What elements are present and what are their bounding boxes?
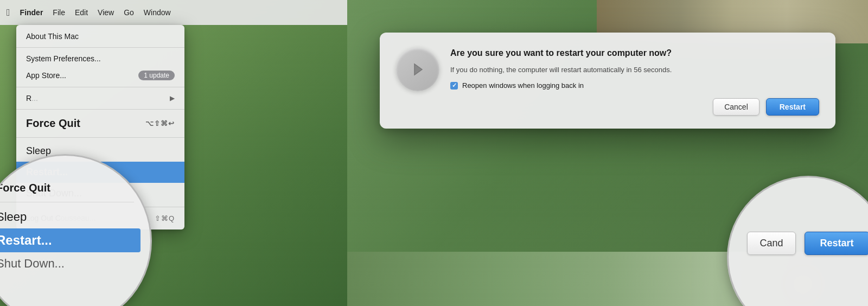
- circle-shutdown[interactable]: Shut Down...: [0, 252, 134, 275]
- left-panel:  Finder File Edit View Go Window About …: [0, 0, 347, 306]
- menubar:  Finder File Edit View Go Window: [0, 0, 347, 25]
- window-menu[interactable]: Window: [144, 8, 171, 17]
- force-quit-shortcut: ⌥⇧⌘↩: [145, 119, 175, 127]
- dialog-buttons: Cancel Restart: [450, 98, 819, 116]
- restart-icon: [396, 48, 439, 91]
- cancel-button[interactable]: Cancel: [713, 98, 760, 116]
- submenu-arrow-icon: ▶: [170, 94, 175, 102]
- restart-button[interactable]: Restart: [766, 98, 819, 116]
- restart-dialog: Are you sure you want to restart your co…: [380, 33, 835, 129]
- system-preferences-item[interactable]: System Preferences...: [16, 50, 184, 67]
- circle-zoom-left: Force Quit Sleep Restart... Shut Down...: [0, 154, 152, 306]
- edit-menu[interactable]: Edit: [75, 8, 88, 17]
- menu-separator-3: [16, 109, 184, 110]
- dialog-text-area: Are you sure you want to restart your co…: [450, 48, 819, 116]
- circle-zoom-right-inner: Cand Restart: [739, 199, 868, 255]
- restart-triangle-icon: [407, 59, 429, 80]
- view-menu[interactable]: View: [98, 8, 114, 17]
- circle-restart[interactable]: Restart...: [0, 228, 141, 252]
- menu-separator-4: [16, 137, 184, 138]
- about-this-mac-item[interactable]: About This Mac: [16, 28, 184, 44]
- circle-buttons-row: Cand Restart: [739, 232, 868, 255]
- finder-menu[interactable]: Finder: [20, 8, 43, 17]
- go-menu[interactable]: Go: [124, 8, 134, 17]
- dialog-title: Are you sure you want to restart your co…: [450, 48, 819, 59]
- logout-shortcut: ⇧⌘Q: [155, 214, 175, 222]
- app-store-item[interactable]: App Store... 1 update: [16, 67, 184, 84]
- recent-items-item[interactable]: R... ▶: [16, 90, 184, 106]
- circle-restart-button[interactable]: Restart: [805, 232, 869, 255]
- circle-cancel-button[interactable]: Cand: [747, 232, 795, 255]
- circle-menu-content: Force Quit Sleep Restart... Shut Down...: [0, 156, 150, 286]
- apple-menu-icon[interactable]: : [7, 7, 10, 18]
- right-panel: Are you sure you want to restart your co…: [347, 0, 868, 306]
- svg-marker-0: [414, 64, 422, 75]
- dialog-content: Are you sure you want to restart your co…: [396, 48, 819, 116]
- dialog-body: If you do nothing, the computer will res…: [450, 65, 819, 75]
- reopen-windows-label: Reopen windows when logging back in: [462, 81, 584, 90]
- reopen-windows-row: ✓ Reopen windows when logging back in: [450, 81, 819, 90]
- force-quit-item[interactable]: Force Quit ⌥⇧⌘↩: [16, 112, 184, 135]
- reopen-checkbox[interactable]: ✓: [450, 82, 458, 90]
- circle-zoom-left-inner: Force Quit Sleep Restart... Shut Down...: [0, 156, 150, 306]
- circle-sleep[interactable]: Sleep: [0, 206, 134, 228]
- menu-separator-2: [16, 87, 184, 87]
- checkbox-check-icon: ✓: [452, 82, 457, 88]
- file-menu[interactable]: File: [53, 8, 65, 17]
- menu-separator-1: [16, 47, 184, 48]
- circle-force-quit[interactable]: Force Quit: [0, 177, 134, 199]
- app-store-badge: 1 update: [138, 71, 175, 80]
